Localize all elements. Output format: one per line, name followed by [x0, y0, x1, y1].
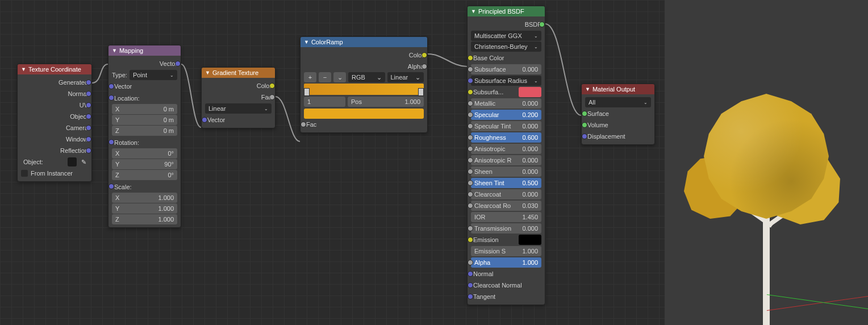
- socket-in[interactable]: [582, 134, 587, 139]
- node-colorramp[interactable]: ▼ ColorRamp Color Alpha + − ⌄ RGB⌄ Linea…: [300, 36, 428, 133]
- socket-in[interactable]: [468, 191, 473, 197]
- collapse-icon[interactable]: ▼: [21, 66, 26, 72]
- socket-in[interactable]: [468, 146, 473, 152]
- collapse-icon[interactable]: ▼: [112, 48, 117, 53]
- param-field[interactable]: Clearcoat Ro0.030: [471, 201, 541, 211]
- rot-z-field[interactable]: Z0°: [112, 170, 177, 180]
- socket-in[interactable]: [468, 169, 473, 174]
- param-field[interactable]: Subsurface Radius⌄: [471, 76, 541, 86]
- socket-in[interactable]: [582, 111, 587, 116]
- param-field[interactable]: Anisotropic R0.000: [471, 155, 541, 165]
- node-principled-bsdf[interactable]: ▼ Principled BSDF BSDF Multiscatter GGX⌄…: [467, 6, 545, 305]
- socket-in[interactable]: [202, 117, 207, 123]
- param-field[interactable]: Transmission0.000: [471, 223, 541, 234]
- socket-in[interactable]: [108, 95, 114, 101]
- socket-out[interactable]: [422, 52, 427, 58]
- rot-y-field[interactable]: Y90°: [112, 159, 177, 169]
- socket-in[interactable]: [582, 122, 587, 128]
- node-header[interactable]: ▼ Mapping: [108, 45, 181, 56]
- socket-out[interactable]: [422, 64, 427, 69]
- socket-in[interactable]: [108, 139, 114, 145]
- socket-out[interactable]: [539, 22, 545, 27]
- param-field[interactable]: Anisotropic0.000: [471, 144, 541, 154]
- sss-method-dropdown[interactable]: Christensen-Burley⌄: [471, 41, 541, 52]
- socket-in[interactable]: [468, 123, 473, 129]
- stop-index-field[interactable]: 1: [304, 97, 345, 107]
- eyedropper-icon[interactable]: ✎: [79, 159, 88, 166]
- loc-z-field[interactable]: Z0 m: [112, 126, 177, 136]
- socket-out[interactable]: [86, 91, 91, 97]
- socket-out[interactable]: [86, 114, 91, 119]
- gradient-mode-dropdown[interactable]: Linear⌄: [205, 103, 272, 114]
- interp-mode-b[interactable]: Linear⌄: [387, 72, 424, 82]
- socket-in[interactable]: [108, 84, 114, 89]
- scale-y-field[interactable]: Y1.000: [112, 203, 177, 214]
- param-field[interactable]: Subsurface0.000: [471, 64, 541, 74]
- colorramp-gradient[interactable]: [304, 84, 424, 95]
- socket-out[interactable]: [175, 61, 181, 66]
- add-stop-button[interactable]: +: [304, 72, 316, 82]
- collapse-icon[interactable]: ▼: [471, 9, 476, 14]
- param-field[interactable]: Sheen0.000: [471, 166, 541, 177]
- node-gradient-texture[interactable]: ▼ Gradient Texture Color Fac Linear⌄ Vec…: [201, 67, 276, 128]
- stop-menu-button[interactable]: ⌄: [333, 72, 346, 82]
- rot-x-field[interactable]: X0°: [112, 148, 177, 159]
- node-header[interactable]: ▼ Gradient Texture: [202, 68, 275, 78]
- object-swatch[interactable]: [68, 157, 77, 166]
- node-editor[interactable]: ▼ Texture Coordinate Generated Normal UV…: [0, 0, 665, 325]
- socket-in[interactable]: [301, 122, 306, 127]
- socket-out[interactable]: [269, 94, 275, 100]
- socket-out[interactable]: [86, 125, 91, 131]
- collapse-icon[interactable]: ▼: [205, 70, 210, 76]
- socket-in[interactable]: [468, 101, 473, 106]
- scale-x-field[interactable]: X1.000: [112, 193, 177, 203]
- socket-in[interactable]: [468, 271, 473, 277]
- socket-in[interactable]: [468, 112, 473, 118]
- socket-out[interactable]: [269, 83, 275, 89]
- distribution-dropdown[interactable]: Multiscatter GGX⌄: [471, 31, 541, 41]
- type-dropdown[interactable]: Point⌄: [130, 70, 177, 80]
- param-field[interactable]: Emission S1.000: [471, 246, 541, 256]
- socket-out[interactable]: [86, 148, 91, 153]
- socket-in[interactable]: [468, 89, 473, 95]
- interp-mode-a[interactable]: RGB⌄: [348, 72, 385, 82]
- remove-stop-button[interactable]: −: [319, 72, 331, 82]
- socket-in[interactable]: [468, 203, 473, 209]
- collapse-icon[interactable]: ▼: [585, 86, 590, 92]
- loc-x-field[interactable]: X0 m: [112, 104, 177, 114]
- node-texture-coordinate[interactable]: ▼ Texture Coordinate Generated Normal UV…: [17, 64, 92, 182]
- param-field[interactable]: Alpha1.000: [471, 257, 541, 268]
- checkbox[interactable]: [21, 170, 28, 177]
- socket-in[interactable]: [468, 55, 473, 61]
- scale-z-field[interactable]: Z1.000: [112, 214, 177, 224]
- node-mapping[interactable]: ▼ Mapping Vector Type: Point⌄ Vector Loc…: [108, 45, 181, 228]
- color-stop[interactable]: [418, 88, 424, 96]
- param-field[interactable]: Metallic0.000: [471, 98, 541, 109]
- socket-in[interactable]: [468, 135, 473, 140]
- socket-in[interactable]: [468, 78, 473, 84]
- param-field[interactable]: Sheen Tint0.500: [471, 178, 541, 188]
- socket-in[interactable]: [468, 66, 473, 72]
- socket-in[interactable]: [468, 294, 473, 299]
- stop-color-swatch[interactable]: [304, 109, 424, 119]
- viewport-3d[interactable]: [665, 0, 868, 325]
- socket-in[interactable]: [468, 237, 473, 243]
- param-field[interactable]: Roughness0.600: [471, 132, 541, 143]
- target-dropdown[interactable]: All⌄: [585, 97, 651, 107]
- socket-in[interactable]: [468, 157, 473, 163]
- socket-in[interactable]: [108, 184, 114, 189]
- color-stop[interactable]: [304, 88, 310, 96]
- from-instancer-row[interactable]: From Instancer: [21, 168, 88, 179]
- param-field[interactable]: Specular Tint0.000: [471, 121, 541, 131]
- socket-out[interactable]: [86, 80, 91, 85]
- socket-in[interactable]: [468, 180, 473, 186]
- node-header[interactable]: ▼ ColorRamp: [301, 37, 427, 47]
- node-material-output[interactable]: ▼ Material Output All⌄ Surface Volume Di…: [581, 84, 655, 145]
- socket-out[interactable]: [86, 102, 91, 108]
- collapse-icon[interactable]: ▼: [304, 39, 309, 45]
- param-field[interactable]: Specular0.200: [471, 110, 541, 120]
- param-field[interactable]: Clearcoat0.000: [471, 189, 541, 199]
- stop-pos-field[interactable]: Pos1.000: [348, 97, 424, 107]
- socket-in[interactable]: [468, 226, 473, 231]
- socket-out[interactable]: [86, 136, 91, 142]
